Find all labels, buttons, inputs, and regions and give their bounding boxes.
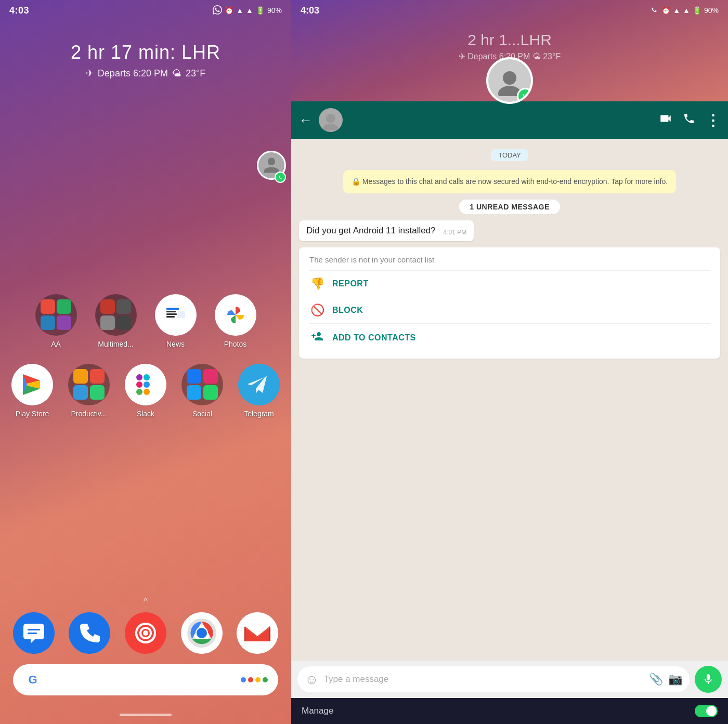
manage-label: Manage	[302, 706, 333, 716]
svg-rect-13	[144, 389, 150, 395]
message-time: 4:01 PM	[444, 229, 467, 236]
left-home-indicator	[0, 706, 291, 724]
multimedia-label: Multimed...	[98, 340, 133, 348]
app-slack[interactable]: Slack	[124, 364, 167, 418]
photos-icon[interactable]	[215, 294, 256, 336]
right-flight-time: 2 hr 1...LHR	[291, 31, 728, 49]
chrome-icon[interactable]	[181, 612, 223, 654]
pocketcasts-icon[interactable]	[125, 612, 166, 654]
wa-camera-button[interactable]: 📷	[668, 673, 682, 686]
productivity-icon[interactable]	[68, 364, 110, 405]
encryption-notice[interactable]: 🔒 Messages to this chat and calls are no…	[343, 170, 676, 193]
action-divider-2	[309, 297, 710, 297]
block-icon: 🚫	[309, 304, 325, 317]
alarm-status-icon: ⏰	[225, 6, 233, 15]
svg-rect-11	[144, 381, 150, 388]
wa-attach-button[interactable]: 📎	[649, 673, 663, 686]
app-social[interactable]: Social	[180, 364, 224, 418]
add-contact-button[interactable]: ADD TO CONTACTS	[309, 325, 710, 351]
manage-toggle[interactable]	[695, 705, 718, 717]
folder-sub-p2	[90, 369, 105, 384]
photos-label: Photos	[224, 340, 247, 348]
multimedia-icon[interactable]	[95, 294, 137, 336]
block-label: BLOCK	[332, 306, 363, 315]
right-battery-percent: 90%	[704, 6, 719, 15]
wa-video-call-button[interactable]	[659, 112, 672, 128]
temperature: 23°F	[186, 68, 205, 79]
messages-icon[interactable]	[13, 612, 55, 654]
folder-sub-m1	[100, 299, 115, 314]
telegram-icon[interactable]	[238, 364, 280, 405]
wa-chat-bg[interactable]: TODAY 🔒 Messages to this chat and calls …	[291, 139, 728, 661]
aa-icon[interactable]	[35, 294, 77, 336]
svg-rect-12	[136, 389, 142, 395]
app-grid: AA Multimed...	[0, 110, 291, 601]
dock-pocketcasts[interactable]	[122, 612, 169, 654]
manage-bar: Manage	[291, 698, 728, 724]
right-time: 4:03	[301, 5, 319, 16]
app-telegram[interactable]: Telegram	[237, 364, 281, 418]
right-whatsapp-icon	[649, 5, 659, 16]
dot-yellow	[255, 677, 261, 682]
add-contact-label: ADD TO CONTACTS	[332, 333, 416, 343]
message-bubble: Did you get Android 11 installed? 4:01 P…	[299, 220, 474, 241]
wa-message-input[interactable]: ☺ Type a message 📎 📷	[297, 666, 690, 692]
wa-mic-button[interactable]	[695, 666, 722, 693]
playstore-icon[interactable]	[11, 364, 53, 405]
folder-sub-s1	[187, 369, 201, 384]
wa-emoji-button[interactable]: ☺	[305, 672, 319, 688]
app-photos[interactable]: Photos	[212, 294, 259, 348]
wa-more-options-button[interactable]: ⋮	[706, 112, 720, 129]
right-signal-icon: ▲	[683, 6, 690, 15]
social-label: Social	[192, 410, 212, 418]
wa-back-button[interactable]: ←	[299, 112, 313, 128]
wa-voice-call-button[interactable]	[683, 112, 695, 128]
folder-sub-3	[41, 315, 55, 330]
svg-point-34	[323, 124, 339, 130]
action-divider-3	[309, 323, 710, 324]
block-button[interactable]: 🚫 BLOCK	[309, 298, 710, 322]
right-wifi-icon: ▲	[673, 6, 680, 15]
app-productivity[interactable]: Productiv...	[67, 364, 111, 418]
right-status-bar: 4:03 ⏰ ▲ ▲ 🔋 90%	[291, 0, 728, 21]
slack-label: Slack	[137, 410, 154, 418]
left-status-icons: ⏰ ▲ ▲ 🔋 90%	[213, 5, 282, 16]
svg-rect-15	[144, 374, 150, 380]
svg-rect-2	[166, 311, 176, 312]
dock-messages[interactable]	[10, 612, 57, 654]
app-playstore[interactable]: Play Store	[10, 364, 54, 418]
news-icon[interactable]	[155, 294, 197, 336]
wa-input-area: ☺ Type a message 📎 📷	[291, 661, 728, 698]
gmail-icon[interactable]	[237, 612, 278, 654]
battery-status-icon: 🔋	[256, 6, 265, 15]
app-news[interactable]: News	[152, 294, 199, 348]
dock-chrome[interactable]	[178, 612, 225, 654]
wa-contact-avatar[interactable]	[319, 108, 343, 132]
folder-sub-1	[41, 299, 55, 314]
date-divider: TODAY	[299, 149, 720, 161]
departure-time: Departs 6:20 PM	[98, 68, 168, 79]
phone-icon[interactable]	[69, 612, 110, 654]
dock-gmail[interactable]	[234, 612, 281, 654]
svg-point-24	[143, 630, 148, 636]
news-label: News	[166, 340, 185, 348]
whatsapp-container: ← ⋮	[291, 101, 728, 724]
flight-title: 2 hr 17 min: LHR	[10, 42, 281, 63]
signal-status-icon: ▲	[246, 6, 253, 15]
svg-rect-5	[178, 311, 185, 318]
float-wa-badge	[517, 88, 533, 104]
float-avatar	[486, 57, 533, 104]
social-icon[interactable]	[181, 364, 223, 405]
slack-icon[interactable]	[125, 364, 166, 405]
dock-phone[interactable]	[67, 612, 113, 654]
report-button[interactable]: 👎 REPORT	[309, 272, 710, 296]
plane-icon: ✈	[86, 68, 94, 79]
folder-sub-m4	[116, 315, 131, 330]
google-g-logo: G	[23, 670, 42, 689]
search-bar[interactable]: G	[13, 664, 278, 695]
app-aa[interactable]: AA	[33, 294, 80, 348]
app-multimedia[interactable]: Multimed...	[93, 294, 139, 348]
toggle-knob	[706, 706, 717, 716]
playstore-label: Play Store	[16, 410, 49, 418]
right-phone: 4:03 ⏰ ▲ ▲ 🔋 90% 2 hr 1...LHR ✈ Departs …	[291, 0, 728, 724]
